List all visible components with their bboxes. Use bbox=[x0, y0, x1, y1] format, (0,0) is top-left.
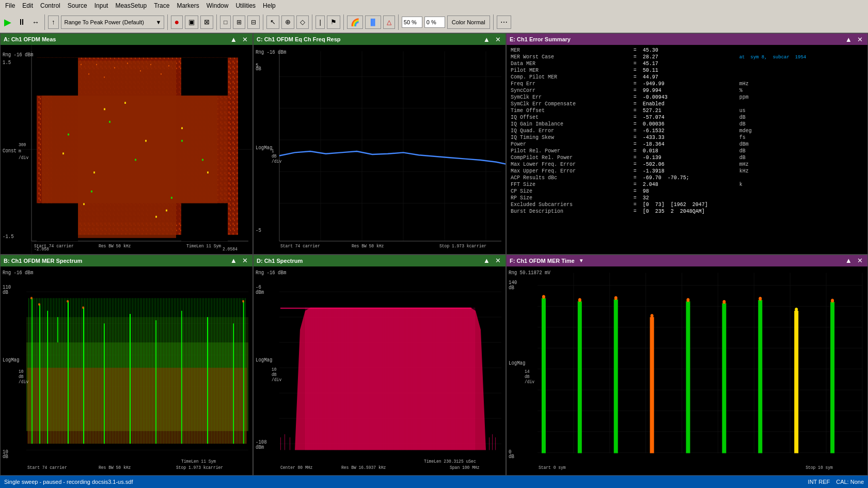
color-normal-button[interactable]: Color Normal bbox=[447, 15, 490, 29]
marker-button[interactable]: ⚑ bbox=[327, 15, 340, 29]
svg-point-108 bbox=[38, 303, 40, 306]
panel-b-controls: ▲ ✕ bbox=[229, 257, 249, 264]
mer-spectrum-chart: Rng -16 dBm 110 dB 10 dB LogMag 10 dB /d… bbox=[1, 266, 252, 476]
panel-f-header-left: F: Ch1 OFDM MER Time ▼ bbox=[510, 258, 584, 264]
panel-a-content: // This will be drawn via inline SVG rec… bbox=[1, 45, 252, 254]
panel-a-header: A: Ch1 OFDM Meas ▲ ✕ bbox=[1, 34, 252, 45]
svg-text:Stop 1.973 kcarrier: Stop 1.973 kcarrier bbox=[439, 244, 486, 249]
svg-rect-26 bbox=[168, 65, 169, 66]
record-button[interactable]: ● bbox=[171, 15, 183, 29]
svg-rect-103 bbox=[233, 323, 234, 444]
panel-d-close-btn[interactable]: ✕ bbox=[494, 257, 502, 264]
panel-b-close-btn[interactable]: ✕ bbox=[241, 257, 249, 264]
rainbow-button[interactable]: 🌈 bbox=[347, 15, 363, 29]
error-table: MER = 45.30 MER Worst Case = 28.27 at sy… bbox=[510, 47, 864, 215]
menu-edit[interactable]: Edit bbox=[19, 1, 36, 10]
panel-c-up-btn[interactable]: ▲ bbox=[482, 36, 492, 43]
error-row-excluded: Excluded Subcarriers = [0 73] [1962 2047… bbox=[510, 201, 864, 208]
grid-button[interactable]: ⊟ bbox=[247, 15, 260, 29]
repeat-button[interactable]: ↔ bbox=[30, 15, 41, 29]
play-button[interactable]: ▶ bbox=[2, 15, 13, 29]
svg-rect-13 bbox=[37, 203, 78, 241]
svg-rect-30 bbox=[181, 127, 183, 129]
svg-rect-181 bbox=[686, 301, 690, 453]
pct1-input[interactable] bbox=[402, 17, 422, 28]
more-button[interactable]: ⋯ bbox=[497, 15, 511, 29]
panel-f-up-btn[interactable]: ▲ bbox=[844, 257, 854, 264]
svg-rect-36 bbox=[155, 216, 157, 218]
panel-e-close-btn[interactable]: ✕ bbox=[856, 36, 864, 43]
panel-d-header-left: D: Ch1 Spectrum bbox=[257, 258, 303, 264]
svg-text:dB: dB bbox=[3, 453, 8, 460]
diamond-button[interactable]: ◇ bbox=[296, 15, 309, 29]
svg-text:TimeLen 230.3125 uSec: TimeLen 230.3125 uSec bbox=[424, 459, 476, 464]
toolbar-sep-8 bbox=[493, 14, 494, 30]
screen-button[interactable]: ▣ bbox=[185, 15, 198, 29]
svg-rect-187 bbox=[794, 310, 798, 453]
svg-text:dB: dB bbox=[509, 453, 514, 460]
svg-rect-175 bbox=[578, 301, 582, 453]
tri-button[interactable]: △ bbox=[383, 15, 395, 29]
error-row-data-mer: Data MER = 45.17 bbox=[510, 60, 864, 67]
svg-rect-20 bbox=[104, 76, 105, 77]
select-button[interactable]: ⊕ bbox=[281, 15, 294, 29]
svg-rect-24 bbox=[150, 64, 151, 65]
svg-point-176 bbox=[578, 298, 581, 302]
toolbar-sep-6 bbox=[343, 14, 344, 30]
panel-d: D: Ch1 Spectrum ▲ ✕ bbox=[253, 255, 506, 476]
svg-text:Res BW 16.5937 kHz: Res BW 16.5937 kHz bbox=[341, 465, 386, 470]
error-row-iq-offset: IQ Offset = -57.074 dB bbox=[510, 114, 864, 121]
menu-control[interactable]: Control bbox=[37, 1, 64, 10]
error-row-freq-err: Freq Err = -949.99 mHz bbox=[510, 81, 864, 87]
menu-meassetup[interactable]: MeasSetup bbox=[112, 1, 150, 10]
range-dropdown-arrow: ▼ bbox=[156, 19, 162, 25]
svg-rect-37 bbox=[109, 121, 111, 123]
multi-button[interactable]: ⊞ bbox=[233, 15, 245, 29]
single-button[interactable]: □ bbox=[220, 15, 231, 29]
menu-file[interactable]: File bbox=[2, 1, 18, 10]
svg-rect-173 bbox=[542, 298, 546, 453]
svg-rect-25 bbox=[161, 73, 162, 74]
svg-text:Span 100 MHz: Span 100 MHz bbox=[450, 465, 480, 470]
pause-button[interactable]: ⏸ bbox=[15, 15, 28, 29]
error-row-symclk-comp: SymClk Err Compensate = Enabled bbox=[510, 101, 864, 107]
svg-text:dB: dB bbox=[509, 285, 514, 291]
menu-help[interactable]: Help bbox=[260, 1, 279, 10]
svg-text:dB: dB bbox=[256, 66, 261, 72]
pct2-input[interactable] bbox=[424, 17, 445, 28]
svg-text:LogMag: LogMag bbox=[256, 357, 272, 363]
panel-b-up-btn[interactable]: ▲ bbox=[229, 257, 239, 264]
svg-text:TimeLen 11  Sym: TimeLen 11 Sym bbox=[181, 459, 216, 464]
line-button[interactable]: | bbox=[315, 15, 324, 29]
panel-f-content: Rng 50.11872 mV 140 dB 0 dB LogMag 14 dB… bbox=[507, 266, 867, 476]
cursor2-button[interactable]: ↖ bbox=[266, 15, 279, 29]
panel-a-close-btn[interactable]: ✕ bbox=[241, 36, 249, 43]
error-row-time-offset: Time Offset = 527.21 us bbox=[510, 107, 864, 114]
panel-f-dropdown-icon[interactable]: ▼ bbox=[579, 258, 584, 263]
svg-text:Start 74  carrier: Start 74 carrier bbox=[27, 465, 67, 470]
camera-button[interactable]: ⊠ bbox=[200, 15, 213, 29]
error-summary-table: MER = 45.30 MER Worst Case = 28.27 at sy… bbox=[507, 45, 867, 254]
panel-f-close-btn[interactable]: ✕ bbox=[856, 257, 864, 264]
panel-d-up-btn[interactable]: ▲ bbox=[482, 257, 492, 264]
svg-rect-183 bbox=[722, 303, 726, 453]
bars-button[interactable]: ▐▌ bbox=[365, 15, 381, 29]
menu-markers[interactable]: Markers bbox=[173, 1, 202, 10]
panel-a-up-btn[interactable]: ▲ bbox=[229, 36, 239, 43]
menu-window[interactable]: Window bbox=[203, 1, 232, 10]
error-row-fft-size: FFT Size = 2.048 k bbox=[510, 181, 864, 188]
svg-text:-1.5: -1.5 bbox=[3, 233, 14, 240]
panel-a-controls: ▲ ✕ bbox=[229, 36, 249, 43]
menu-source[interactable]: Source bbox=[65, 1, 90, 10]
svg-text:Rng -16 dBm: Rng -16 dBm bbox=[256, 49, 286, 55]
range-dropdown[interactable]: Range To Peak Power (Default) ▼ bbox=[61, 15, 164, 29]
panel-e-up-btn[interactable]: ▲ bbox=[844, 36, 854, 43]
error-row-iq-quad: IQ Quad. Error = -6.1532 mdeg bbox=[510, 128, 864, 134]
menu-input[interactable]: Input bbox=[91, 1, 112, 10]
svg-rect-91 bbox=[27, 368, 247, 444]
panel-e-header-left: E: Ch1 Error Summary bbox=[510, 36, 571, 42]
panel-c-close-btn[interactable]: ✕ bbox=[494, 36, 502, 43]
menu-utilities[interactable]: Utilities bbox=[232, 1, 259, 10]
menu-trace[interactable]: Trace bbox=[151, 1, 172, 10]
cursor-button[interactable]: ↑ bbox=[48, 15, 59, 29]
